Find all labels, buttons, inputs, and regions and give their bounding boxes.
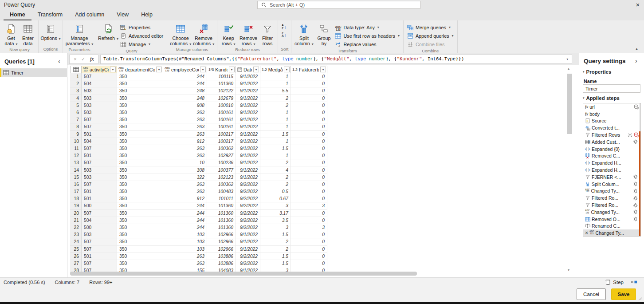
delete-step-icon[interactable]: × — [585, 230, 588, 236]
properties-button[interactable]: Properties — [118, 24, 165, 31]
resize-gripper-icon[interactable] — [638, 296, 642, 300]
row-number[interactable]: 6 — [70, 109, 82, 116]
row-number[interactable]: 22 — [70, 224, 82, 231]
cell[interactable]: 500 — [82, 224, 117, 231]
get-data-button[interactable]: Get data ▾ — [3, 21, 20, 47]
applied-step[interactable]: Removed C... — [583, 153, 640, 160]
cell[interactable]: 100161 — [207, 116, 236, 123]
cell[interactable]: 102122 — [207, 87, 236, 95]
filter-button[interactable]: ▾ — [229, 67, 235, 72]
cell[interactable]: 9/1/2022 — [236, 116, 260, 123]
row-number[interactable]: 2 — [70, 80, 82, 87]
properties-section-header[interactable]: ▾ Properties — [583, 69, 611, 75]
cell[interactable]: 244 — [163, 217, 207, 224]
merge-queries-button[interactable]: Merge queries ▾ — [405, 24, 456, 31]
cell[interactable]: 0.67 — [260, 195, 291, 202]
filter-button[interactable]: ▾ — [253, 67, 259, 72]
enter-data-button[interactable]: Enter data — [20, 21, 36, 47]
remove-columns-button[interactable]: Remove columns ▾ — [192, 21, 215, 47]
cell[interactable]: 507 — [82, 238, 117, 245]
step-settings-gear-icon[interactable] — [633, 196, 638, 201]
cell[interactable]: 3 — [291, 202, 327, 209]
cell[interactable]: 350 — [117, 116, 163, 123]
column-header-Medgått[interactable]: 1.2Medgått▾ — [260, 66, 291, 73]
applied-step[interactable]: Filtered Ro... — [583, 201, 640, 209]
cell[interactable]: 100236 — [207, 159, 236, 166]
applied-step[interactable]: ×ABC123Changed Ty... — [583, 229, 640, 237]
cell[interactable]: 9/2/2022 — [236, 224, 260, 231]
cell[interactable]: 507 — [82, 123, 117, 130]
cell[interactable]: 9/1/2022 — [236, 231, 260, 238]
cell[interactable]: 350 — [117, 152, 163, 159]
filter-button[interactable]: ▾ — [200, 67, 206, 72]
cell[interactable]: 9/2/2022 — [236, 210, 260, 217]
cell[interactable]: 100115 — [207, 73, 236, 80]
cell[interactable]: 504 — [82, 80, 117, 87]
applied-steps-section-header[interactable]: ▾ Applied steps — [583, 95, 620, 101]
cell[interactable]: 9/1/2022 — [236, 159, 260, 166]
row-number[interactable]: 16 — [70, 181, 82, 188]
cell[interactable]: 263 — [163, 181, 207, 188]
manage-parameters-button[interactable]: Manage parameters ▾ — [65, 21, 94, 47]
cell[interactable]: 0 — [291, 231, 327, 238]
step-button[interactable]: Step — [605, 279, 624, 285]
cell[interactable]: 263 — [163, 188, 207, 195]
cell[interactable]: 263 — [163, 253, 207, 260]
row-number[interactable]: 15 — [70, 174, 82, 181]
cell[interactable]: 100217 — [207, 138, 236, 145]
tab-help[interactable]: Help — [135, 10, 159, 20]
cell[interactable]: 2 — [260, 238, 291, 245]
expand-formula-bar-icon[interactable]: ▾ — [566, 57, 569, 62]
sort-ascending-button[interactable]: AZ↓ — [282, 24, 287, 30]
step-settings-gear-icon[interactable] — [633, 139, 638, 144]
cell[interactable]: 350 — [117, 145, 163, 152]
use-first-row-as-headers-button[interactable]: Use first row as headers ▾ — [333, 32, 401, 39]
keep-rows-button[interactable]: Keep rows ▾ — [219, 21, 238, 47]
cell[interactable]: 5.5 — [260, 87, 291, 95]
cell[interactable]: 102966 — [207, 238, 236, 245]
cell[interactable]: 308 — [163, 166, 207, 174]
cell[interactable]: 9/1/2022 — [236, 95, 260, 102]
cell[interactable]: 100217 — [207, 131, 236, 138]
cell[interactable]: 0 — [291, 131, 327, 138]
cell[interactable]: 350 — [117, 188, 163, 195]
cell[interactable]: 9/1/2022 — [236, 174, 260, 181]
row-number[interactable]: 9 — [70, 131, 82, 138]
applied-step[interactable]: ABC123Changed Ty... — [583, 188, 640, 195]
save-button[interactable]: Save — [611, 288, 636, 300]
filter-button[interactable]: ▾ — [156, 67, 162, 72]
cell[interactable]: 501 — [82, 195, 117, 202]
cell[interactable]: 0 — [291, 195, 327, 202]
step-settings-gear-icon[interactable] — [633, 203, 638, 208]
cell[interactable]: 263 — [163, 109, 207, 116]
cell[interactable]: 244 — [163, 73, 207, 80]
applied-step[interactable]: ABC123Changed Ty... — [583, 209, 640, 216]
row-number[interactable]: 14 — [70, 166, 82, 174]
cell[interactable]: 9/1/2022 — [236, 131, 260, 138]
data-type-button[interactable]: ABC123 Data type: Any ▾ — [333, 24, 401, 31]
cell[interactable]: 0 — [291, 95, 327, 102]
cell[interactable]: 350 — [117, 95, 163, 102]
applied-step[interactable]: Renamed C... — [583, 223, 640, 230]
cell[interactable]: 2 — [260, 95, 291, 102]
applied-step[interactable]: fxurl — [583, 103, 640, 111]
refresh-button[interactable]: Refresh ▾ — [98, 21, 118, 41]
select-all-corner[interactable] — [70, 66, 82, 73]
cell[interactable]: 501 — [82, 253, 117, 260]
cell[interactable]: 507 — [82, 181, 117, 188]
cell[interactable]: 1 — [260, 138, 291, 145]
cell[interactable]: 507 — [82, 260, 117, 267]
sort-descending-button[interactable]: ZA↓ — [282, 32, 287, 38]
cell[interactable]: 0 — [291, 116, 327, 123]
applied-step[interactable]: Filtered Rows — [583, 131, 640, 138]
row-number[interactable]: 5 — [70, 102, 82, 109]
tab-home[interactable]: Home — [4, 10, 31, 20]
cell[interactable]: 1 — [260, 73, 291, 80]
cell[interactable]: 9/2/2022 — [236, 202, 260, 209]
step-settings-gear-icon[interactable] — [633, 217, 638, 221]
column-header-employeeCode[interactable]: ABC123employeeCode▾ — [163, 66, 207, 73]
cell[interactable]: 263 — [163, 260, 207, 267]
cell[interactable]: 2 — [260, 174, 291, 181]
cell[interactable]: 2 — [260, 102, 291, 109]
cell[interactable]: 350 — [117, 253, 163, 260]
